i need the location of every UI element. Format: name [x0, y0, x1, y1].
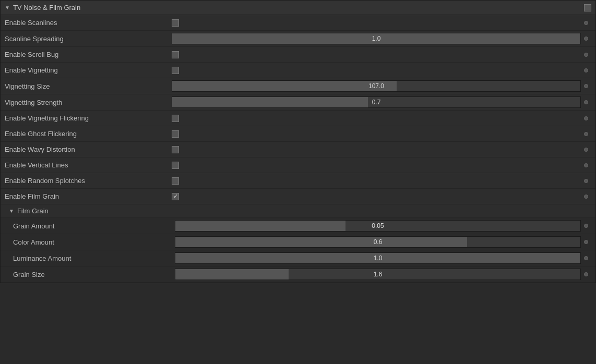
row-vignetting-size[interactable]: Vignetting Size107.0 — [1, 78, 595, 94]
row-enable-vertical-lines[interactable]: Enable Vertical Lines — [1, 157, 595, 173]
slider-vignetting-strength[interactable]: 0.7 — [172, 96, 581, 108]
sub-row-color-amount[interactable]: Color Amount0.6 — [1, 234, 595, 250]
row-enable-film-grain[interactable]: Enable Film Grain — [1, 189, 595, 204]
sub-slider-value-grain-size: 1.6 — [175, 271, 580, 278]
dot-inner-enable-film-grain — [584, 195, 588, 199]
dot-enable-film-grain — [581, 195, 591, 199]
film-grain-section-header[interactable]: ▼ Film Grain — [1, 204, 595, 218]
control-enable-vignetting-flickering[interactable] — [172, 115, 581, 122]
row-scanline-spreading[interactable]: Scanline Spreading1.0 — [1, 31, 595, 47]
dot-inner-enable-random-splotches — [584, 179, 588, 183]
checkbox-enable-vignetting-flickering[interactable] — [172, 115, 179, 122]
control-enable-scroll-bug[interactable] — [172, 51, 581, 58]
film-grain-rows: Grain Amount0.05Color Amount0.6Luminance… — [1, 218, 595, 283]
control-vignetting-strength: 0.7 — [172, 96, 581, 108]
row-enable-random-splotches[interactable]: Enable Random Splotches — [1, 173, 595, 189]
sub-control-luminance-amount: 1.0 — [175, 252, 581, 264]
checkbox-enable-scanlines[interactable] — [172, 19, 179, 27]
control-enable-random-splotches[interactable] — [172, 177, 581, 185]
dot-inner-enable-vertical-lines — [584, 163, 588, 167]
film-grain-collapse-icon: ▼ — [9, 208, 14, 214]
dot-inner-enable-scanlines — [584, 21, 588, 25]
label-enable-random-splotches: Enable Random Splotches — [5, 177, 172, 185]
row-enable-ghost-flickering[interactable]: Enable Ghost Flickering — [1, 126, 595, 142]
checkbox-enable-ghost-flickering[interactable] — [172, 130, 179, 138]
checkbox-enable-wavy-distortion[interactable] — [172, 146, 179, 153]
dot-enable-vignetting — [581, 68, 591, 72]
sub-row-grain-amount[interactable]: Grain Amount0.05 — [1, 218, 595, 234]
dot-inner-enable-ghost-flickering — [584, 132, 588, 136]
panel-enable-checkbox[interactable] — [584, 4, 591, 11]
dot-inner-enable-vignetting-flickering — [584, 116, 588, 120]
checkbox-enable-film-grain[interactable] — [172, 193, 179, 200]
control-vignetting-size: 107.0 — [172, 80, 581, 92]
sub-control-grain-size: 1.6 — [175, 269, 581, 280]
control-enable-scanlines[interactable] — [172, 19, 581, 27]
dot-vignetting-size — [581, 84, 591, 88]
sub-slider-color-amount[interactable]: 0.6 — [175, 236, 581, 248]
dot-scanline-spreading — [581, 37, 591, 41]
checkbox-enable-random-splotches[interactable] — [172, 177, 179, 185]
sub-label-grain-amount: Grain Amount — [13, 222, 175, 230]
slider-vignetting-size[interactable]: 107.0 — [172, 80, 581, 92]
dot-enable-scroll-bug — [581, 53, 591, 57]
sub-label-color-amount: Color Amount — [13, 238, 175, 246]
dot-vignetting-strength — [581, 100, 591, 104]
dot-enable-vignetting-flickering — [581, 116, 591, 120]
label-vignetting-strength: Vignetting Strength — [5, 99, 172, 106]
sub-slider-value-luminance-amount: 1.0 — [175, 254, 580, 262]
row-enable-vignetting[interactable]: Enable Vignetting — [1, 63, 595, 78]
label-enable-scanlines: Enable Scanlines — [5, 19, 172, 27]
control-enable-ghost-flickering[interactable] — [172, 130, 581, 138]
sub-row-grain-size[interactable]: Grain Size1.6 — [1, 266, 595, 283]
checkbox-enable-scroll-bug[interactable] — [172, 51, 179, 58]
control-enable-wavy-distortion[interactable] — [172, 146, 581, 153]
dot-enable-random-splotches — [581, 179, 591, 183]
slider-value-vignetting-size: 107.0 — [172, 82, 580, 90]
film-grain-title: Film Grain — [17, 207, 49, 215]
dot-inner-enable-wavy-distortion — [584, 148, 588, 152]
slider-value-scanline-spreading: 1.0 — [172, 35, 580, 42]
checkbox-enable-vertical-lines[interactable] — [172, 162, 179, 169]
sub-row-luminance-amount[interactable]: Luminance Amount1.0 — [1, 250, 595, 266]
row-enable-scanlines[interactable]: Enable Scanlines — [1, 15, 595, 31]
sub-dot-inner-grain-size — [584, 272, 588, 276]
sub-dot-color-amount — [581, 240, 591, 244]
control-enable-vertical-lines[interactable] — [172, 162, 581, 169]
control-enable-vignetting[interactable] — [172, 67, 581, 74]
sub-control-grain-amount: 0.05 — [175, 220, 581, 232]
sub-control-color-amount: 0.6 — [175, 236, 581, 248]
dot-inner-vignetting-size — [584, 84, 588, 88]
row-vignetting-strength[interactable]: Vignetting Strength0.7 — [1, 94, 595, 111]
panel-title: TV Noise & Film Grain — [13, 4, 80, 11]
slider-value-vignetting-strength: 0.7 — [172, 99, 580, 106]
film-grain-section: ▼ Film Grain Grain Amount0.05Color Amoun… — [1, 204, 595, 283]
dot-enable-vertical-lines — [581, 163, 591, 167]
control-enable-film-grain[interactable] — [172, 193, 581, 200]
dot-enable-scanlines — [581, 21, 591, 25]
sub-slider-grain-size[interactable]: 1.6 — [175, 269, 581, 280]
sub-slider-value-grain-amount: 0.05 — [175, 222, 580, 229]
control-scanline-spreading: 1.0 — [172, 33, 581, 44]
dot-inner-enable-vignetting — [584, 68, 588, 72]
label-enable-vertical-lines: Enable Vertical Lines — [5, 161, 172, 169]
sub-dot-inner-luminance-amount — [584, 256, 588, 260]
dot-enable-wavy-distortion — [581, 148, 591, 152]
rows-container: Enable ScanlinesScanline Spreading1.0Ena… — [1, 15, 595, 204]
checkbox-enable-vignetting[interactable] — [172, 67, 179, 74]
sub-slider-luminance-amount[interactable]: 1.0 — [175, 252, 581, 264]
panel-header[interactable]: ▼ TV Noise & Film Grain — [1, 1, 595, 15]
slider-scanline-spreading[interactable]: 1.0 — [172, 33, 581, 44]
sub-slider-grain-amount[interactable]: 0.05 — [175, 220, 581, 232]
sub-slider-value-color-amount: 0.6 — [175, 238, 580, 246]
sub-dot-inner-color-amount — [584, 240, 588, 244]
row-enable-scroll-bug[interactable]: Enable Scroll Bug — [1, 47, 595, 63]
label-enable-ghost-flickering: Enable Ghost Flickering — [5, 130, 172, 138]
row-enable-vignetting-flickering[interactable]: Enable Vignetting Flickering — [1, 111, 595, 126]
collapse-icon: ▼ — [5, 5, 10, 10]
sub-label-luminance-amount: Luminance Amount — [13, 254, 175, 262]
row-enable-wavy-distortion[interactable]: Enable Wavy Distortion — [1, 142, 595, 157]
label-enable-film-grain: Enable Film Grain — [5, 192, 172, 200]
panel-header-left: ▼ TV Noise & Film Grain — [5, 4, 80, 11]
label-enable-wavy-distortion: Enable Wavy Distortion — [5, 145, 172, 153]
